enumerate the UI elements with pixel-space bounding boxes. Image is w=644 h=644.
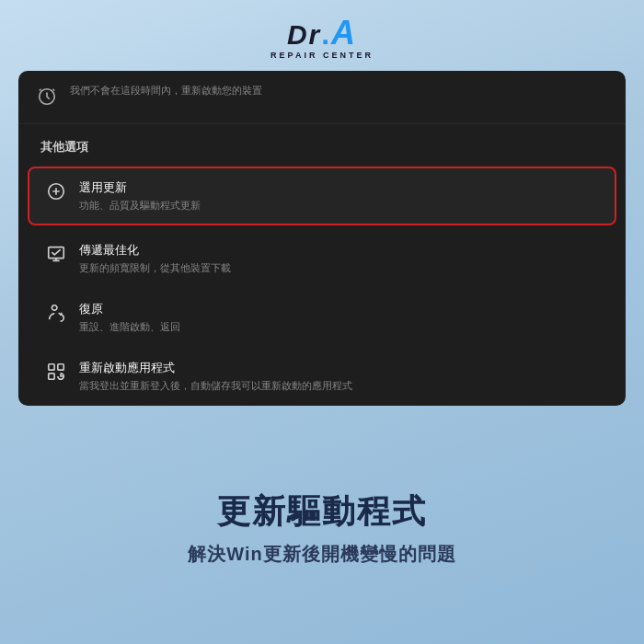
delivery-title: 傳遞最佳化 bbox=[79, 242, 231, 259]
optional-updates-item[interactable]: 選用更新 功能、品質及驅動程式更新 bbox=[28, 167, 616, 225]
delivery-subtitle: 更新的頻寬限制，從其他裝置下載 bbox=[79, 261, 231, 275]
svg-rect-8 bbox=[49, 364, 54, 370]
svg-point-7 bbox=[52, 305, 57, 311]
display-icon bbox=[46, 244, 66, 264]
logo-dot: . bbox=[321, 17, 331, 51]
recovery-icon-area bbox=[46, 303, 66, 327]
main-title: 更新驅動程式 bbox=[217, 489, 427, 535]
restart-apps-subtitle: 當我登出並重新登入後，自動儲存我可以重新啟動的應用程式 bbox=[79, 379, 352, 393]
optional-updates-icon-area bbox=[46, 181, 66, 205]
logo-container: Dr.A REPAIR CENTER bbox=[270, 17, 374, 60]
logo-a: A bbox=[331, 14, 357, 52]
svg-rect-9 bbox=[58, 364, 63, 370]
page-wrapper: Dr.A REPAIR CENTER 我們不會在這段時間內，重新啟動您的裝置 其… bbox=[0, 0, 644, 644]
clock-icon bbox=[37, 86, 57, 107]
logo-subtitle: REPAIR CENTER bbox=[270, 51, 374, 60]
restart-icon-area bbox=[46, 362, 66, 385]
header: Dr.A REPAIR CENTER bbox=[0, 0, 644, 71]
section-label: 其他選項 bbox=[18, 124, 626, 163]
top-item-subtext: 我們不會在這段時間內，重新啟動您的裝置 bbox=[70, 84, 262, 98]
recovery-title: 復原 bbox=[79, 301, 180, 317]
optional-updates-title: 選用更新 bbox=[79, 179, 201, 196]
logo-text: Dr.A bbox=[287, 17, 357, 50]
svg-rect-10 bbox=[49, 374, 54, 379]
person-refresh-icon bbox=[46, 303, 66, 323]
restart-apps-text: 重新啟動應用程式 當我登出並重新登入後，自動儲存我可以重新啟動的應用程式 bbox=[79, 360, 352, 393]
restart-apps-item[interactable]: 重新啟動應用程式 當我登出並重新登入後，自動儲存我可以重新啟動的應用程式 bbox=[28, 347, 616, 406]
optional-updates-text: 選用更新 功能、品質及驅動程式更新 bbox=[79, 179, 201, 213]
recovery-subtitle: 重設、進階啟動、返回 bbox=[79, 320, 180, 334]
recovery-item[interactable]: 復原 重設、進階啟動、返回 bbox=[28, 288, 616, 347]
delivery-text: 傳遞最佳化 更新的頻寬限制，從其他裝置下載 bbox=[79, 242, 231, 275]
bottom-section: 更新驅動程式 解決Win更新後開機變慢的問題 bbox=[0, 406, 644, 644]
logo-dr: Dr bbox=[287, 19, 321, 50]
top-item: 我們不會在這段時間內，重新啟動您的裝置 bbox=[18, 71, 626, 124]
top-item-text-area: 我們不會在這段時間內，重新啟動您的裝置 bbox=[70, 84, 262, 98]
apps-refresh-icon bbox=[46, 362, 66, 382]
delivery-optimization-item[interactable]: 傳遞最佳化 更新的頻寬限制，從其他裝置下載 bbox=[28, 229, 616, 288]
recovery-text: 復原 重設、進階啟動、返回 bbox=[79, 301, 180, 334]
circle-plus-icon bbox=[46, 181, 66, 201]
clock-icon-area bbox=[37, 86, 57, 110]
delivery-icon-area bbox=[46, 244, 66, 268]
optional-updates-subtitle: 功能、品質及驅動程式更新 bbox=[79, 199, 201, 213]
sub-title: 解決Win更新後開機變慢的問題 bbox=[188, 542, 455, 567]
restart-apps-title: 重新啟動應用程式 bbox=[79, 360, 352, 376]
settings-panel: 我們不會在這段時間內，重新啟動您的裝置 其他選項 選用更新 功能、品質及驅動程式… bbox=[18, 71, 626, 406]
